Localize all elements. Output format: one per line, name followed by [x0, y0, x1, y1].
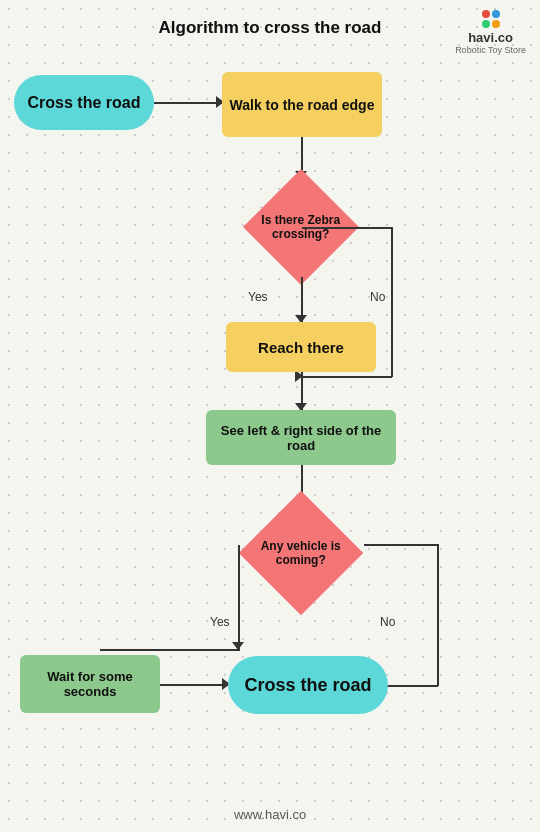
arrow-vehicle-yes-h: [100, 649, 240, 651]
footer-url: www.havi.co: [234, 807, 306, 822]
node-vehicle-question: Any vehicle is coming?: [238, 500, 364, 605]
logo-tagline: Robotic Toy Store: [455, 45, 526, 55]
node-wait: Wait for some seconds: [20, 655, 160, 713]
logo: havi.co Robotic Toy Store: [455, 10, 526, 55]
logo-dot-blue: [492, 10, 500, 18]
node-cross-road-end: Cross the road: [228, 656, 388, 714]
logo-icon-2: [455, 20, 526, 28]
node-walk-edge: Walk to the road edge: [222, 72, 382, 137]
node-cross-road-start: Cross the road: [14, 75, 154, 130]
vehicle-yes-label: Yes: [210, 615, 230, 629]
node-reach-there: Reach there: [226, 322, 376, 372]
arrow-no-v: [391, 227, 393, 377]
zebra-yes-label: Yes: [248, 290, 268, 304]
arrow-no-h1: [302, 227, 392, 229]
footer: www.havi.co: [0, 807, 540, 822]
node-see-sides: See left & right side of the road: [206, 410, 396, 465]
reach-there-label: Reach there: [258, 339, 344, 356]
arrow-vehicle-yes-v: [238, 545, 240, 650]
logo-icon: [455, 10, 526, 18]
walk-edge-label: Walk to the road edge: [230, 97, 375, 113]
see-sides-label: See left & right side of the road: [206, 423, 396, 453]
logo-dot-green: [482, 20, 490, 28]
logo-name: havi.co: [455, 30, 526, 45]
cross-road-end-label: Cross the road: [244, 675, 371, 696]
arrow-start-h: [154, 102, 222, 104]
vehicle-no-label: No: [380, 615, 395, 629]
arrowhead-vehicle-yes: [232, 642, 244, 650]
arrow-no-h2: [302, 376, 392, 378]
zebra-no-label: No: [370, 290, 385, 304]
vehicle-question-label: Any vehicle is coming?: [257, 538, 345, 567]
arrow-wait-h: [160, 684, 228, 686]
logo-dot-yellow: [492, 20, 500, 28]
cross-road-start-label: Cross the road: [28, 94, 141, 112]
arrow-vehicle-no-v: [437, 544, 439, 686]
arrow-vehicle-no-h: [364, 544, 438, 546]
wait-label: Wait for some seconds: [20, 669, 160, 699]
logo-dot-red: [482, 10, 490, 18]
